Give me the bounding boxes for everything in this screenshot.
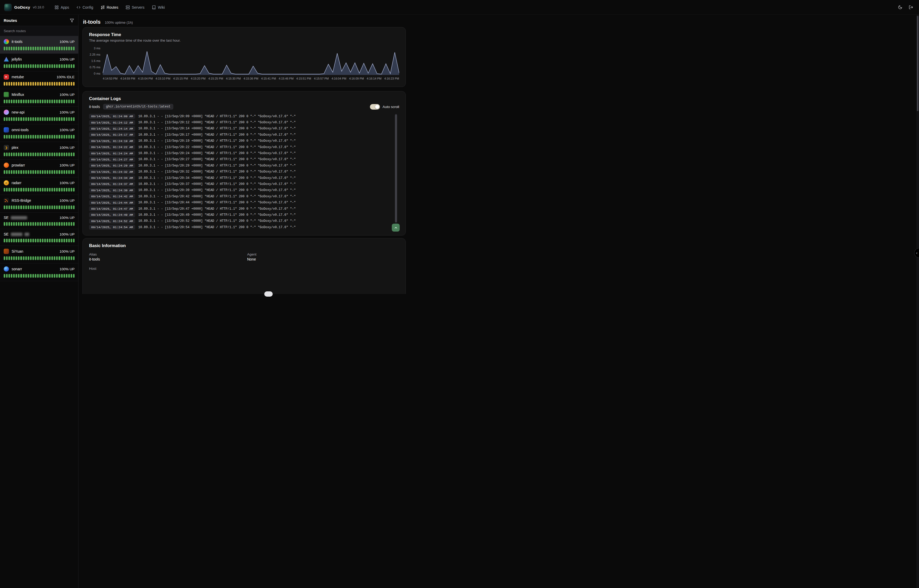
uptime-bar: [16, 47, 17, 50]
uptime-bar: [73, 82, 74, 86]
route-row-header: jellyfin 100% UP: [4, 57, 74, 62]
route-list-item[interactable]: SE 100% UP: [0, 229, 78, 246]
nav-item-routes[interactable]: Routes: [101, 5, 118, 10]
search-routes-input[interactable]: [0, 26, 78, 36]
uptime-bar: [11, 100, 12, 103]
basic-information-title: Basic Information: [89, 243, 399, 248]
uptime-bar: [25, 188, 27, 192]
uptime-bar: [63, 274, 65, 278]
uptime-bar: [30, 239, 32, 242]
uptime-bar: [68, 117, 70, 121]
filter-icon[interactable]: [70, 18, 74, 23]
nav-item-apps[interactable]: Apps: [55, 5, 69, 10]
route-name: omni-tools: [11, 128, 29, 132]
route-list-item[interactable]: SE 100% UP: [0, 213, 78, 229]
route-list-item[interactable]: prowlarr 100% UP: [0, 160, 78, 177]
autoscroll-control: Auto scroll: [370, 104, 399, 110]
log-row: 09/14/2025, 01:24:24 AM 10.89.3.1 - - [1…: [89, 150, 391, 156]
uptime-bar: [32, 64, 34, 68]
uptime-bar: [16, 82, 17, 86]
log-row: 09/14/2025, 01:24:49 AM 10.89.3.1 - - [1…: [89, 212, 391, 218]
nav-item-config[interactable]: Config: [76, 5, 93, 10]
uptime-bar: [16, 100, 17, 103]
container-image-badge: ghcr.io/corentinth/it-tools:latest: [103, 104, 173, 110]
uptime-bar: [52, 205, 53, 209]
brand[interactable]: GoDoxy v0.18.0: [4, 4, 44, 11]
uptime-bar: [37, 222, 39, 226]
uptime-bar: [66, 170, 68, 174]
uptime-bar: [27, 239, 29, 242]
uptime-bar: [63, 47, 65, 50]
route-uptime-bars: [4, 274, 74, 278]
uptime-bar: [37, 205, 39, 209]
route-row-header: SE 100% UP: [4, 215, 74, 220]
nav-item-servers[interactable]: Servers: [126, 5, 144, 10]
uptime-bar: [61, 64, 63, 68]
uptime-bar: [25, 82, 27, 86]
uptime-bar: [40, 256, 41, 260]
uptime-bar: [8, 82, 10, 86]
uptime-bar: [54, 117, 55, 121]
x-axis-label: 4:16:23 PM: [384, 77, 399, 80]
uptime-bar: [30, 100, 32, 103]
route-list-item[interactable]: ▶ metube 100% IDLE: [0, 71, 78, 89]
uptime-bar: [71, 100, 72, 103]
uptime-bar: [63, 117, 65, 121]
route-list-item[interactable]: RSS-Bridge 100% UP: [0, 195, 78, 213]
log-scrollbar-thumb[interactable]: [395, 114, 397, 222]
route-status-badge: 100% UP: [60, 199, 74, 203]
uptime-bar: [27, 100, 29, 103]
nav-label: Config: [82, 5, 93, 10]
route-list-item[interactable]: sonarr 100% UP: [0, 263, 78, 281]
log-message: 10.89.3.1 - - [13/Sep/20:54 +0000] "HEAD…: [138, 226, 296, 229]
route-name: new-api: [11, 110, 24, 114]
log-timestamp-badge: 09/14/2025, 01:24:47 AM: [89, 206, 135, 211]
uptime-bar: [44, 152, 46, 156]
route-name: SE: [4, 232, 29, 236]
scroll-to-top-button[interactable]: [392, 224, 400, 231]
nav-item-wiki[interactable]: Wiki: [152, 5, 165, 10]
route-list-item[interactable]: ▸ radarr 100% UP: [0, 177, 78, 195]
uptime-bar: [68, 100, 70, 103]
uptime-bar: [30, 256, 32, 260]
uptime-bar: [42, 135, 44, 139]
log-scrollbar-track: [395, 114, 397, 229]
route-list-item[interactable]: SiYuan 100% UP: [0, 246, 78, 263]
uptime-bar: [49, 82, 50, 86]
uptime-bar: [8, 274, 10, 278]
route-name: sonarr: [11, 267, 22, 271]
route-list-item[interactable]: omni-tools 100% UP: [0, 124, 78, 142]
log-message: 10.89.3.1 - - [13/Sep/20:39 +0000] "HEAD…: [138, 188, 296, 192]
uptime-bar: [23, 239, 24, 242]
route-list-item[interactable]: jellyfin 100% UP: [0, 54, 78, 71]
uptime-bar: [44, 135, 46, 139]
route-list-item[interactable]: Miniflux 100% UP: [0, 89, 78, 107]
route-list-item[interactable]: new-api 100% UP: [0, 107, 78, 124]
route-list-item[interactable]: ❯ plex 100% UP: [0, 142, 78, 160]
uptime-bar: [18, 152, 19, 156]
uptime-bar: [54, 64, 55, 68]
uptime-bar: [71, 47, 72, 50]
uptime-bar: [16, 135, 17, 139]
log-message: 10.89.3.1 - - [13/Sep/20:29 +0000] "HEAD…: [138, 164, 296, 168]
x-axis-label: 4:15:30 PM: [226, 77, 241, 80]
uptime-bar: [47, 47, 48, 50]
x-axis-label: 4:15:46 PM: [279, 77, 294, 80]
uptime-bar: [18, 274, 19, 278]
uptime-bar: [66, 256, 68, 260]
uptime-bar: [20, 256, 22, 260]
uptime-bar: [30, 188, 32, 192]
log-row: 09/14/2025, 01:24:09 AM 10.89.3.1 - - [1…: [89, 113, 391, 120]
uptime-bar: [40, 239, 41, 242]
uptime-bar: [11, 47, 12, 50]
log-list: 09/14/2025, 01:24:09 AM 10.89.3.1 - - [1…: [89, 113, 391, 230]
auto-scroll-toggle[interactable]: [370, 104, 380, 110]
route-list-item[interactable]: it-tools 100% UP: [0, 36, 78, 54]
uptime-bar: [13, 82, 15, 86]
book-icon: [152, 5, 156, 10]
uptime-bar: [37, 135, 39, 139]
log-timestamp-badge: 09/14/2025, 01:24:44 AM: [89, 200, 135, 205]
log-message: 10.89.3.1 - - [13/Sep/20:17 +0000] "HEAD…: [138, 133, 296, 137]
uptime-bar: [47, 152, 48, 156]
uptime-bar: [73, 64, 74, 68]
